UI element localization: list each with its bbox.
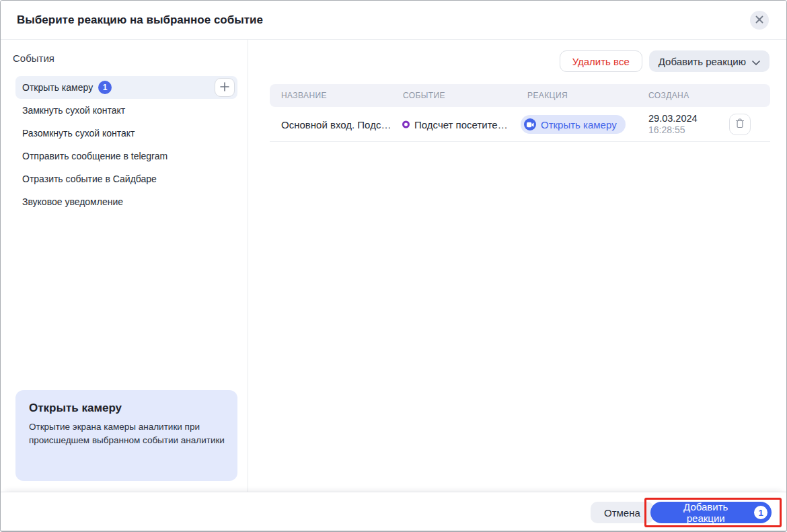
- table-header-row: НАЗВАНИЕ СОБЫТИЕ РЕАКЦИЯ СОЗДАНА: [270, 84, 770, 107]
- cell-created: 29.03.2024 16:28:55: [648, 112, 698, 136]
- trash-icon: [735, 118, 745, 130]
- reaction-chip: Открыть камеру: [521, 115, 626, 134]
- cell-event-label: Подсчет посетите…: [414, 118, 508, 130]
- dialog-header: Выберите реакцию на выбранное событие: [1, 1, 786, 40]
- column-header-name: НАЗВАНИЕ: [281, 91, 327, 100]
- event-item-label: Отразить событие в Сайдбаре: [22, 174, 157, 184]
- events-list: Открыть камеру 1 Замкнуть сухой контакт …: [1, 76, 248, 213]
- submit-count-badge: 1: [754, 506, 767, 519]
- created-time: 16:28:55: [648, 124, 698, 136]
- event-count-badge: 1: [98, 81, 112, 94]
- actions-toolbar: Удалить все Добавить реакцию: [560, 50, 770, 72]
- dialog-title: Выберите реакцию на выбранное событие: [17, 13, 263, 27]
- table-row: Основной вход. Подс… Подсчет посетите… О…: [270, 107, 770, 142]
- sidebar-item-sound-notification[interactable]: Звуковое уведомление: [15, 190, 237, 213]
- sidebar-item-show-in-sidebar[interactable]: Отразить событие в Сайдбаре: [15, 167, 237, 190]
- add-reaction-label: Добавить реакцию: [659, 56, 746, 67]
- add-event-reaction-button[interactable]: [215, 78, 235, 97]
- sidebar-item-send-telegram[interactable]: Отправить сообщение в telegram: [15, 145, 237, 167]
- events-heading: События: [13, 52, 54, 64]
- column-header-event: СОБЫТИЕ: [403, 91, 445, 100]
- reaction-info-card: Открыть камеру Открытие экрана камеры ан…: [15, 390, 237, 481]
- event-item-label: Замкнуть сухой контакт: [22, 105, 125, 116]
- sidebar-item-open-camera[interactable]: Открыть камеру 1: [15, 76, 237, 99]
- cell-name: Основной вход. Подс…: [281, 118, 391, 130]
- info-card-description: Открытие экрана камеры аналитики при про…: [29, 420, 227, 447]
- reaction-dialog: Выберите реакцию на выбранное событие Со…: [0, 0, 787, 532]
- reaction-chip-label: Открыть камеру: [541, 119, 617, 130]
- plus-icon: [220, 82, 229, 93]
- cell-event: Подсчет посетите…: [402, 118, 508, 130]
- close-button[interactable]: [750, 11, 769, 30]
- created-date: 29.03.2024: [648, 112, 698, 124]
- delete-all-button[interactable]: Удалить все: [560, 50, 642, 72]
- column-header-created: СОЗДАНА: [648, 91, 689, 100]
- event-ring-icon: [402, 120, 410, 128]
- reactions-content: Удалить все Добавить реакцию НАЗВАНИЕ СО…: [248, 40, 786, 492]
- add-reaction-dropdown-button[interactable]: Добавить реакцию: [649, 50, 770, 72]
- info-card-title: Открыть камеру: [29, 402, 224, 415]
- reactions-table: НАЗВАНИЕ СОБЫТИЕ РЕАКЦИЯ СОЗДАНА Основно…: [270, 84, 770, 142]
- camera-icon: [524, 118, 536, 130]
- dialog-footer: Отмена Добавить реакции 1: [1, 492, 786, 531]
- event-item-label: Звуковое уведомление: [22, 196, 123, 207]
- column-header-reaction: РЕАКЦИЯ: [527, 91, 568, 100]
- dialog-body: События Открыть камеру 1 Замкнуть сухой …: [1, 40, 786, 492]
- cancel-button[interactable]: Отмена: [591, 502, 654, 523]
- event-item-label: Отправить сообщение в telegram: [22, 151, 167, 161]
- close-icon: [755, 15, 763, 26]
- chevron-down-icon: [746, 56, 760, 67]
- sidebar-item-open-dry-contact[interactable]: Разомкнуть сухой контакт: [15, 122, 237, 145]
- add-reactions-submit-button[interactable]: Добавить реакции 1: [650, 502, 772, 523]
- event-item-label: Разомкнуть сухой контакт: [22, 128, 135, 139]
- submit-label: Добавить реакции: [664, 501, 747, 524]
- events-sidebar: События Открыть камеру 1 Замкнуть сухой …: [1, 40, 248, 492]
- sidebar-item-close-dry-contact[interactable]: Замкнуть сухой контакт: [15, 99, 237, 122]
- event-item-label: Открыть камеру: [22, 82, 93, 93]
- delete-row-button[interactable]: [729, 114, 751, 135]
